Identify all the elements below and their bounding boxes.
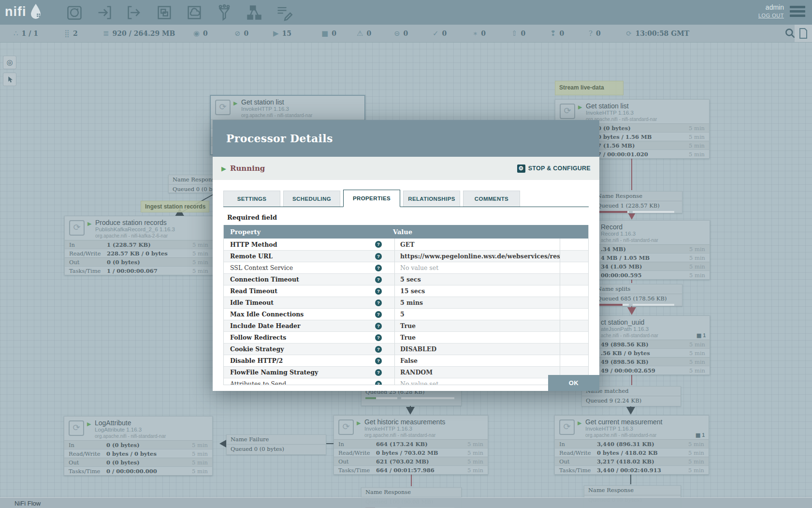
help-icon[interactable]: ? bbox=[375, 276, 382, 283]
tab-comments[interactable]: COMMENTS bbox=[463, 191, 520, 207]
navigate-palette-button[interactable]: ◎ bbox=[3, 56, 16, 69]
processor-log-attribute[interactable]: ⟳ ▶ LogAttribute LogAttribute 1.16.3 org… bbox=[64, 416, 213, 476]
tab-settings[interactable]: SETTINGS bbox=[223, 191, 280, 207]
help-icon[interactable]: ? bbox=[375, 265, 382, 271]
active-threads-icon: ⣿ bbox=[64, 29, 70, 38]
tab-scheduling[interactable]: SCHEDULING bbox=[283, 191, 340, 207]
status-not-transmitting: ⊘0 bbox=[234, 25, 248, 42]
processor-get-current-measurement[interactable]: ⟳ ▶ Get current measurement InvokeHTTP 1… bbox=[554, 415, 709, 475]
running-indicator-icon: ▶ bbox=[357, 420, 361, 426]
dialog-tabs: SETTINGS SCHEDULING PROPERTIES RELATIONS… bbox=[223, 190, 589, 207]
breadcrumb-root[interactable]: NiFi Flow bbox=[14, 500, 41, 507]
table-row: Cookie Strategy ? DISABLED bbox=[224, 343, 588, 355]
status-threads: ⣿2 bbox=[64, 25, 78, 42]
property-value[interactable]: https://www.pegelonline.wsv.de/webservic… bbox=[395, 253, 560, 260]
processor-icon: ⟳ bbox=[560, 104, 575, 119]
stopped-icon: ■ bbox=[321, 29, 328, 38]
canvas-label-ingest[interactable]: Ingest station records bbox=[141, 201, 209, 212]
property-value[interactable]: 5 bbox=[395, 311, 560, 318]
global-menu-icon[interactable] bbox=[790, 6, 805, 19]
property-value[interactable]: True bbox=[395, 334, 560, 341]
required-field-note: Required field bbox=[227, 214, 588, 221]
table-row: HTTP Method ? GET bbox=[224, 239, 588, 250]
help-icon[interactable]: ? bbox=[375, 381, 382, 385]
refresh-icon[interactable]: ⟳ bbox=[626, 29, 632, 38]
dialog-body: SETTINGS SCHEDULING PROPERTIES RELATIONS… bbox=[213, 180, 599, 391]
stop-and-configure-button[interactable]: ⚙ STOP & CONFIGURE bbox=[517, 164, 591, 173]
property-value[interactable]: False bbox=[395, 357, 560, 364]
operate-palette-button[interactable] bbox=[3, 73, 16, 86]
table-row: Idle Timeout ? 5 mins bbox=[224, 297, 588, 308]
help-icon[interactable]: ? bbox=[375, 299, 382, 306]
column-property: Property bbox=[224, 228, 388, 236]
property-value[interactable]: No value set bbox=[395, 380, 560, 385]
processor-icon: ⟳ bbox=[215, 100, 231, 115]
help-icon[interactable]: ? bbox=[375, 323, 382, 329]
tab-properties[interactable]: PROPERTIES bbox=[343, 190, 400, 207]
property-value[interactable]: No value set bbox=[395, 264, 560, 271]
status-up-to-date: ✓0 bbox=[433, 25, 447, 42]
queued-data-icon: ≣ bbox=[103, 29, 109, 38]
label-component-icon[interactable] bbox=[275, 3, 293, 22]
invalid-icon: ⚠ bbox=[357, 29, 363, 38]
funnel-component-icon[interactable] bbox=[215, 3, 233, 22]
table-row: Disable HTTP/2 ? False bbox=[224, 355, 588, 366]
help-icon[interactable]: ? bbox=[375, 311, 382, 318]
output-port-component-icon[interactable] bbox=[125, 3, 144, 22]
help-icon[interactable]: ? bbox=[375, 241, 382, 248]
running-indicator-icon: ▶ bbox=[578, 104, 582, 110]
connection-splits[interactable]: Name splits Queued 685 (178.56 KB) bbox=[593, 284, 682, 306]
canvas-label-stream[interactable]: Stream live-data bbox=[555, 81, 624, 95]
processor-icon: ⟳ bbox=[338, 419, 354, 435]
property-value[interactable]: GET bbox=[395, 241, 560, 248]
table-row: SSL Context Service ? No value set bbox=[224, 262, 588, 273]
properties-table: Property Value HTTP Method ? GET Remote … bbox=[223, 225, 589, 385]
status-transmitting: ◉0 bbox=[193, 25, 208, 42]
help-icon[interactable]: ? bbox=[375, 358, 382, 364]
property-value[interactable]: 5 mins bbox=[395, 299, 560, 306]
bulletin-tile-icon[interactable] bbox=[795, 25, 812, 42]
property-value[interactable]: 15 secs bbox=[395, 287, 560, 295]
running-indicator-icon: ▶ bbox=[233, 100, 237, 106]
current-user: admin bbox=[758, 3, 784, 11]
help-icon[interactable]: ? bbox=[375, 369, 382, 376]
status-queued: ≣920 / 264.29 MB bbox=[103, 25, 175, 42]
flow-status-bar: ∴1 / 1 ⣿2 ≣920 / 264.29 MB ◉0 ⊘0 ▶15 ■0 … bbox=[0, 25, 812, 43]
remote-process-group-component-icon[interactable] bbox=[185, 3, 203, 22]
help-icon[interactable]: ? bbox=[375, 288, 382, 295]
template-component-icon[interactable] bbox=[245, 3, 263, 22]
property-value[interactable]: RANDOM bbox=[395, 369, 560, 376]
processor-icon: ⟳ bbox=[69, 220, 85, 236]
process-group-component-icon[interactable] bbox=[155, 3, 174, 22]
breadcrumb: NiFi Flow bbox=[0, 497, 812, 508]
connection-response-right[interactable]: Name Response Queued 1 (228.57 KB) bbox=[593, 191, 682, 213]
ok-button[interactable]: OK bbox=[548, 375, 599, 391]
property-value[interactable]: True bbox=[395, 322, 560, 329]
status-refresh[interactable]: ⟳13:00:58 GMT bbox=[626, 25, 689, 42]
help-icon[interactable]: ? bbox=[375, 334, 382, 341]
not-transmitting-icon: ⊘ bbox=[234, 29, 241, 38]
help-icon[interactable]: ? bbox=[375, 346, 382, 353]
gear-icon: ⚙ bbox=[517, 164, 525, 173]
queue-progress-bars bbox=[582, 404, 681, 406]
locally-modified-icon: ∗ bbox=[473, 29, 478, 38]
help-icon[interactable]: ? bbox=[375, 253, 382, 260]
running-indicator-icon: ▶ bbox=[578, 420, 581, 426]
nifi-drop-icon bbox=[29, 3, 43, 20]
status-locally-modified: ∗0 bbox=[473, 25, 486, 42]
processor-component-icon[interactable] bbox=[65, 3, 84, 22]
active-thread-badge: ▦1 bbox=[696, 432, 709, 438]
processor-get-historic-measurements[interactable]: ⟳ ▶ Get historic measurements InvokeHTTP… bbox=[334, 415, 488, 475]
property-value[interactable]: DISABLED bbox=[395, 345, 560, 353]
table-row: Max Idle Connections ? 5 bbox=[224, 308, 588, 320]
running-status-text: Running bbox=[230, 164, 265, 173]
table-row: Connection Timeout ? 5 secs bbox=[224, 273, 588, 285]
property-value[interactable]: 5 secs bbox=[395, 276, 560, 283]
input-port-component-icon[interactable] bbox=[95, 3, 114, 22]
logout-link[interactable]: LOG OUT bbox=[758, 13, 784, 18]
connection-failure[interactable]: Name Failure Queued 0 (0 bytes) bbox=[226, 434, 326, 455]
tab-relationships[interactable]: RELATIONSHIPS bbox=[403, 191, 460, 207]
processor-produce-station-records[interactable]: ⟳ ▶ Produce station records PublishKafka… bbox=[64, 216, 213, 275]
active-thread-badge: ▦1 bbox=[696, 332, 710, 339]
status-invalid: ⚠0 bbox=[357, 25, 371, 42]
